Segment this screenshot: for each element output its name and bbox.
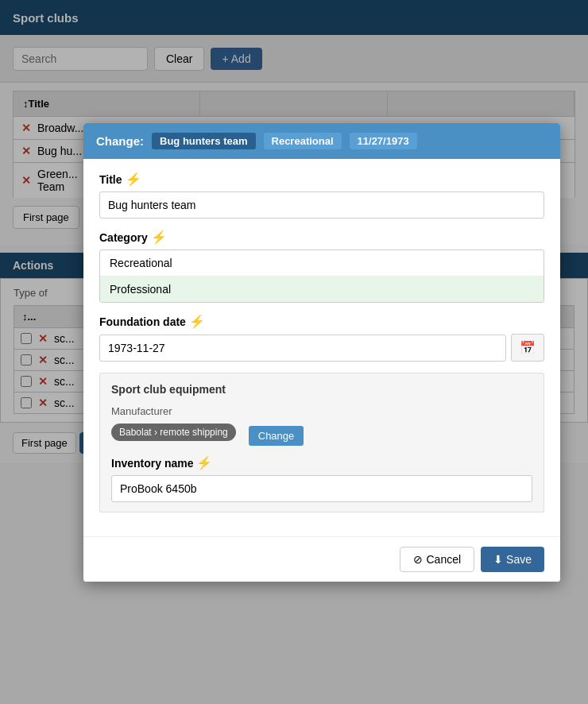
modal-badge-date: 11/27/1973 xyxy=(350,133,417,149)
calendar-button[interactable]: 📅 xyxy=(511,334,544,362)
modal-badge-name: Bug hunters team xyxy=(152,133,256,149)
manufacturer-label: Manufacturer xyxy=(111,405,532,417)
date-field-wrapper: 📅 xyxy=(99,334,544,362)
foundation-date-required-icon: ⚡ xyxy=(189,314,205,329)
foundation-date-input[interactable] xyxy=(99,335,506,362)
category-item-professional[interactable]: Professional xyxy=(100,277,544,302)
category-required-icon: ⚡ xyxy=(151,230,167,245)
category-list: Recreational Professional xyxy=(99,249,544,303)
manufacturer-row: Babolat › remote shipping Change xyxy=(111,424,532,447)
cancel-button[interactable]: ⊘ Cancel xyxy=(400,547,474,572)
inventory-required-icon: ⚡ xyxy=(196,455,212,470)
manufacturer-badge: Babolat › remote shipping xyxy=(111,424,236,441)
change-manufacturer-button[interactable]: Change xyxy=(249,426,304,446)
change-modal: Change: Bug hunters team Recreational 11… xyxy=(83,123,560,582)
modal-body: Title ⚡ Category ⚡ Recreational Professi… xyxy=(83,159,560,536)
inventory-input[interactable] xyxy=(111,475,532,502)
title-input[interactable] xyxy=(99,191,544,219)
category-item-recreational[interactable]: Recreational xyxy=(100,250,544,277)
equipment-section: Sport club equipment Manufacturer Babola… xyxy=(99,373,544,513)
save-button[interactable]: ⬇ Save xyxy=(481,547,544,572)
cancel-icon: ⊘ xyxy=(413,553,423,566)
modal-badge-category: Recreational xyxy=(264,133,342,149)
title-required-icon: ⚡ xyxy=(126,172,141,187)
modal-header: Change: Bug hunters team Recreational 11… xyxy=(83,123,560,159)
category-field-label: Category ⚡ xyxy=(99,230,544,245)
modal-change-label: Change: xyxy=(96,134,144,148)
inventory-label: Inventory name ⚡ xyxy=(111,455,532,470)
equipment-title: Sport club equipment xyxy=(111,383,532,396)
modal-footer: ⊘ Cancel ⬇ Save xyxy=(83,536,560,582)
title-field-label: Title ⚡ xyxy=(99,172,544,187)
save-icon: ⬇ xyxy=(493,553,503,566)
foundation-date-label: Foundation date ⚡ xyxy=(99,314,544,329)
